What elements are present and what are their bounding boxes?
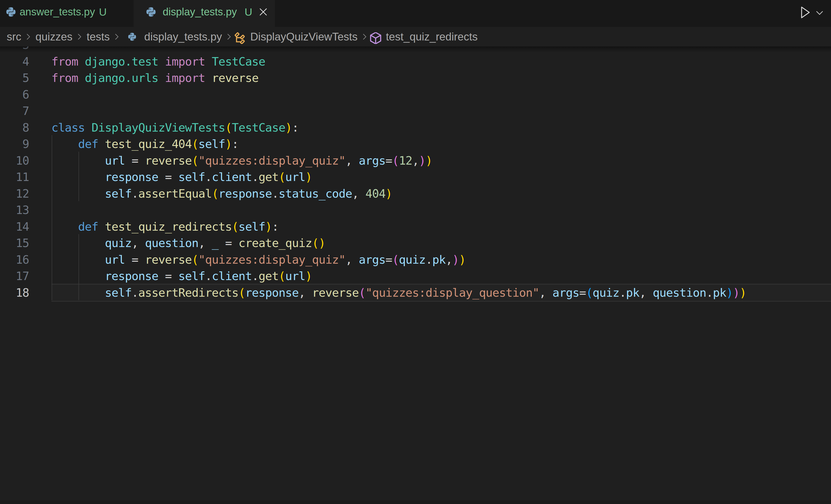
code-line: 11 response = self.client.get(url) (0, 168, 831, 185)
code-line: 16 url = reverse("quizzes:display_quiz",… (0, 251, 831, 267)
breadcrumb-item-file[interactable]: display_tests.py (144, 31, 222, 43)
line-number: 18 (0, 285, 29, 301)
chevron-right-icon (77, 33, 82, 40)
line-number: 5 (0, 70, 29, 86)
tab-bar: answer_tests.py U display_tests.py U (0, 0, 831, 27)
code-line: 18 self.assertRedirects(response, revers… (0, 284, 831, 300)
breadcrumb-item-tests[interactable]: tests (87, 31, 110, 43)
close-icon[interactable] (259, 8, 267, 16)
line-number: 14 (0, 218, 29, 235)
code-text: self.assertRedirects(response, reverse("… (51, 285, 746, 301)
code-line: 15 quiz, question, _ = create_quiz() (0, 234, 831, 251)
breadcrumb-item-quizzes[interactable]: quizzes (35, 31, 73, 43)
line-number: 6 (0, 86, 29, 103)
line-number: 7 (0, 103, 29, 119)
chevron-right-icon (26, 33, 31, 40)
breadcrumb-item-method[interactable]: test_quiz_redirects (386, 31, 478, 43)
scroll-shadow (0, 47, 831, 52)
code-text: self.assertEqual(response.status_code, 4… (51, 185, 392, 202)
code-line: 6 (0, 86, 831, 102)
line-number: 8 (0, 119, 29, 136)
code-line: 5from django.urls import reverse (0, 69, 831, 86)
code-line: 10 url = reverse("quizzes:display_quiz",… (0, 152, 831, 168)
code-text: quiz, question, _ = create_quiz() (51, 235, 325, 251)
code-line: 13 (0, 201, 831, 218)
code-text: class DisplayQuizViewTests(TestCase): (51, 119, 298, 136)
tab-label: display_tests.py (163, 6, 237, 18)
line-number: 15 (0, 235, 29, 251)
code-line: 12 self.assertEqual(response.status_code… (0, 185, 831, 201)
run-button[interactable] (801, 6, 810, 18)
tab-label: answer_tests.py (20, 6, 95, 18)
chevron-right-icon (362, 33, 367, 40)
line-number: 10 (0, 152, 29, 169)
line-number: 11 (0, 169, 29, 185)
panel-border (0, 500, 831, 504)
line-number: 16 (0, 251, 29, 268)
breadcrumb-item-class[interactable]: DisplayQuizViewTests (250, 31, 357, 43)
code-text: def test_quiz_404(self): (51, 136, 238, 152)
chevron-right-icon (227, 33, 231, 40)
code-line: 9 def test_quiz_404(self): (0, 135, 831, 152)
line-number: 4 (0, 53, 29, 70)
python-icon (146, 7, 156, 17)
code-text: from django.urls import reverse (51, 70, 259, 86)
line-number: 13 (0, 202, 29, 218)
symbol-class-icon (234, 32, 246, 44)
code-text: def test_quiz_redirects(self): (51, 218, 279, 235)
tab-answer-tests[interactable]: answer_tests.py U (0, 0, 133, 27)
breadcrumb-item-src[interactable]: src (7, 31, 21, 43)
code-text: response = self.client.get(url) (51, 169, 312, 185)
line-number: 12 (0, 185, 29, 202)
code-text: from django.test import TestCase (51, 53, 265, 70)
breadcrumb: src quizzes tests display_tests.py Displ… (0, 27, 831, 47)
git-untracked-badge: U (99, 6, 107, 18)
tab-display-tests[interactable]: display_tests.py U (134, 0, 275, 27)
editor-actions (801, 0, 831, 26)
python-icon (128, 32, 136, 41)
code-text: response = self.client.get(url) (51, 268, 312, 285)
line-number: 9 (0, 136, 29, 152)
code-line: 4from django.test import TestCase (0, 53, 831, 69)
python-icon (6, 7, 16, 17)
symbol-method-icon (370, 32, 381, 44)
code-text: url = reverse("quizzes:display_quiz", ar… (51, 152, 432, 169)
code-line: 17 response = self.client.get(url) (0, 267, 831, 284)
code-text: url = reverse("quizzes:display_quiz", ar… (51, 251, 466, 268)
chevron-right-icon (114, 33, 119, 40)
run-dropdown-chevron-icon[interactable] (816, 11, 823, 15)
line-number: 17 (0, 268, 29, 285)
code-line: 7 (0, 102, 831, 119)
code-line: 14 def test_quiz_redirects(self): (0, 218, 831, 234)
code-line: 8class DisplayQuizViewTests(TestCase): (0, 119, 831, 135)
code-editor[interactable]: 34from django.test import TestCase5from … (0, 47, 831, 504)
git-untracked-badge: U (245, 6, 252, 18)
